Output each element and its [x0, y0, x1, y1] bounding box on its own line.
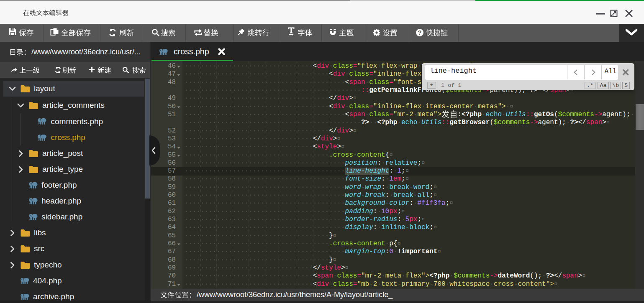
- svg-text:?: ?: [418, 29, 422, 36]
